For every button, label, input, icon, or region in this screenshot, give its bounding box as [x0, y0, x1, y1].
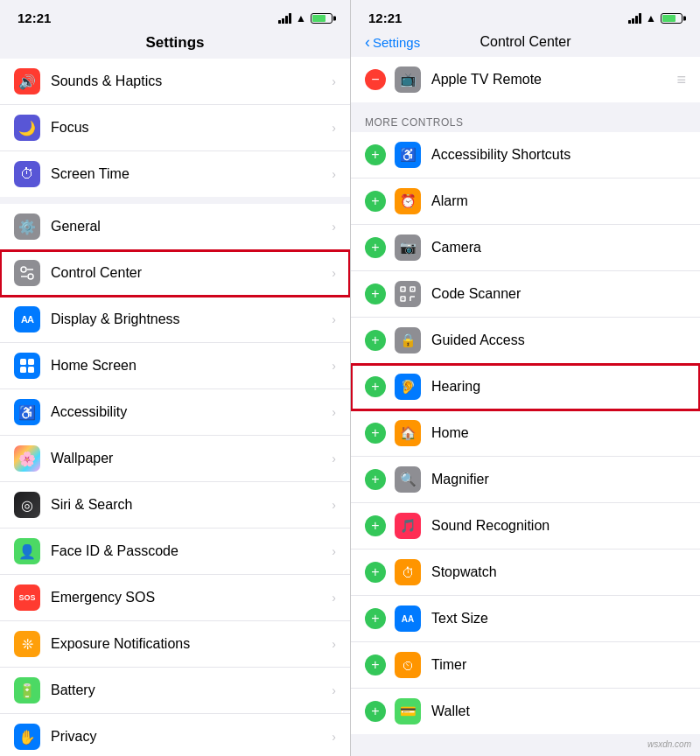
right-panel: 12:21 ▲ ‹ Settings Control Center — [350, 0, 700, 756]
settings-item-faceid[interactable]: 👤 Face ID & Passcode › — [0, 528, 350, 575]
guided-access-label: Guided Access — [431, 332, 686, 348]
cc-item-timer[interactable]: + ⏲ Timer — [351, 642, 700, 689]
siri-chevron: › — [332, 498, 336, 512]
home-icon: 🏠 — [395, 420, 421, 446]
code-scanner-icon — [395, 281, 421, 307]
settings-group-2-container: ⚙️ General › Control Center › — [0, 204, 350, 756]
siri-label: Siri & Search — [51, 497, 332, 513]
cc-item-alarm[interactable]: + ⏰ Alarm — [351, 178, 700, 225]
hearing-label: Hearing — [431, 379, 686, 395]
settings-group-2: ⚙️ General › Control Center › — [0, 204, 350, 756]
cc-item-sound-recognition[interactable]: + 🎵 Sound Recognition — [351, 503, 700, 550]
settings-item-control-center[interactable]: Control Center › — [0, 250, 350, 297]
cc-item-home[interactable]: + 🏠 Home — [351, 410, 700, 457]
general-label: General — [51, 219, 332, 234]
settings-item-battery[interactable]: 🔋 Battery › — [0, 668, 350, 714]
settings-item-accessibility[interactable]: ♿ Accessibility › — [0, 389, 350, 436]
emergency-chevron: › — [332, 591, 336, 605]
add-button-text-size[interactable]: + — [365, 608, 386, 629]
add-button-alarm[interactable]: + — [365, 191, 386, 212]
cc-item-hearing[interactable]: + 🦻 Hearing — [351, 364, 700, 410]
settings-item-privacy[interactable]: ✋ Privacy › — [0, 714, 350, 756]
remove-button-apple-tv[interactable]: − — [365, 69, 386, 90]
add-button-camera[interactable]: + — [365, 237, 386, 258]
settings-item-siri[interactable]: ◎ Siri & Search › — [0, 482, 350, 528]
settings-item-screen-time[interactable]: ⏱ Screen Time › — [0, 151, 350, 197]
add-button-timer[interactable]: + — [365, 654, 386, 676]
status-icons-left: ▲ — [278, 12, 332, 24]
add-button-wallet[interactable]: + — [365, 701, 386, 722]
cc-item-text-size[interactable]: + AA Text Size — [351, 596, 700, 642]
camera-icon: 📷 — [395, 234, 421, 261]
emergency-label: Emergency SOS — [51, 590, 332, 606]
settings-item-exposure[interactable]: ❊ Exposure Notifications › — [0, 621, 350, 668]
add-button-hearing[interactable]: + — [365, 376, 386, 397]
hearing-icon: 🦻 — [395, 374, 421, 400]
settings-item-home-screen[interactable]: Home Screen › — [0, 343, 350, 389]
text-size-label: Text Size — [431, 611, 686, 626]
back-label: Settings — [373, 35, 420, 50]
svg-rect-6 — [20, 367, 26, 373]
magnifier-icon: 🔍 — [395, 466, 421, 493]
faceid-icon: 👤 — [14, 538, 40, 564]
cc-item-accessibility-shortcuts[interactable]: + ♿ Accessibility Shortcuts — [351, 132, 700, 178]
settings-item-general[interactable]: ⚙️ General › — [0, 204, 350, 250]
focus-label: Focus — [51, 120, 332, 136]
add-button-home[interactable]: + — [365, 423, 386, 444]
signal-icon-right — [628, 13, 641, 24]
wallpaper-label: Wallpaper — [51, 451, 332, 466]
control-center-icon — [14, 260, 40, 286]
add-button-stopwatch[interactable]: + — [365, 562, 386, 583]
add-button-sound-recognition[interactable]: + — [365, 515, 386, 536]
included-container: − 📺 Apple TV Remote ≡ — [351, 57, 700, 102]
more-controls-section: MORE CONTROLS + ♿ Accessibility Shortcut… — [351, 109, 700, 734]
emergency-icon: SOS — [14, 584, 40, 611]
control-center-label: Control Center — [51, 265, 332, 281]
battery-chevron: › — [332, 683, 336, 697]
sounds-chevron: › — [332, 74, 336, 88]
wallpaper-chevron: › — [332, 452, 336, 466]
accessibility-shortcuts-icon: ♿ — [395, 142, 421, 168]
privacy-chevron: › — [332, 730, 336, 744]
accessibility-shortcuts-label: Accessibility Shortcuts — [431, 147, 686, 163]
svg-point-0 — [21, 267, 26, 272]
wallet-icon: 💳 — [395, 698, 421, 724]
more-controls-label: MORE CONTROLS — [351, 109, 700, 132]
general-icon: ⚙️ — [14, 214, 40, 240]
text-size-icon: AA — [395, 606, 421, 632]
sound-recognition-icon: 🎵 — [395, 513, 421, 539]
cc-item-guided-access[interactable]: + 🔒 Guided Access — [351, 318, 700, 364]
back-button[interactable]: ‹ Settings — [365, 34, 420, 50]
home-screen-label: Home Screen — [51, 358, 332, 374]
more-controls-container: + ♿ Accessibility Shortcuts + ⏰ Alarm + … — [351, 132, 700, 734]
cc-item-code-scanner[interactable]: + Code Scanner — [351, 271, 700, 318]
left-page-title: Settings — [145, 34, 204, 51]
settings-item-sounds[interactable]: 🔊 Sounds & Haptics › — [0, 59, 350, 105]
display-label: Display & Brightness — [51, 312, 332, 327]
included-section: − 📺 Apple TV Remote ≡ — [351, 57, 700, 102]
settings-group-1: 🔊 Sounds & Haptics › 🌙 Focus › ⏱ Screen … — [0, 59, 350, 197]
settings-item-focus[interactable]: 🌙 Focus › — [0, 105, 350, 151]
settings-item-wallpaper[interactable]: 🌸 Wallpaper › — [0, 436, 350, 482]
camera-label: Camera — [431, 240, 686, 256]
exposure-icon: ❊ — [14, 631, 40, 657]
stopwatch-label: Stopwatch — [431, 564, 686, 580]
sounds-icon: 🔊 — [14, 68, 40, 94]
settings-item-emergency[interactable]: SOS Emergency SOS › — [0, 575, 350, 621]
settings-item-display[interactable]: AA Display & Brightness › — [0, 297, 350, 343]
add-button-accessibility-shortcuts[interactable]: + — [365, 144, 386, 165]
cc-item-apple-tv[interactable]: − 📺 Apple TV Remote ≡ — [351, 57, 700, 102]
display-chevron: › — [332, 312, 336, 326]
battery-icon — [311, 13, 332, 24]
right-nav-header: ‹ Settings Control Center — [351, 29, 700, 57]
status-bar-right: 12:21 ▲ — [351, 0, 700, 29]
cc-item-stopwatch[interactable]: + ⏱ Stopwatch — [351, 550, 700, 596]
add-button-code-scanner[interactable]: + — [365, 284, 386, 304]
wifi-icon-right: ▲ — [646, 12, 656, 24]
cc-item-magnifier[interactable]: + 🔍 Magnifier — [351, 457, 700, 503]
add-button-guided-access[interactable]: + — [365, 330, 386, 351]
cc-item-camera[interactable]: + 📷 Camera — [351, 225, 700, 271]
drag-handle-apple-tv[interactable]: ≡ — [676, 71, 686, 89]
cc-item-wallet[interactable]: + 💳 Wallet — [351, 689, 700, 734]
add-button-magnifier[interactable]: + — [365, 469, 386, 490]
